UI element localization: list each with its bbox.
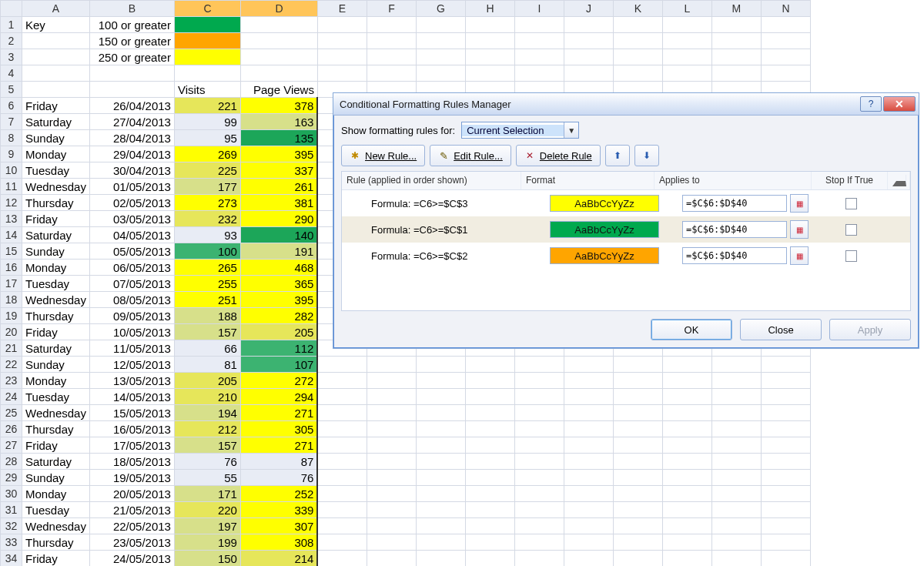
cell-day[interactable]: Tuesday — [22, 389, 90, 405]
cell[interactable] — [416, 33, 465, 49]
cell-pageviews[interactable]: 282 — [240, 308, 317, 324]
cell[interactable] — [711, 437, 761, 454]
cell[interactable] — [514, 389, 564, 405]
cell-day[interactable]: Sunday — [22, 357, 90, 373]
cell[interactable] — [564, 33, 613, 49]
cell[interactable] — [465, 421, 514, 437]
row-header[interactable]: 23 — [1, 373, 22, 389]
cell[interactable] — [662, 17, 711, 33]
cell[interactable] — [465, 17, 514, 33]
cell-day[interactable]: Monday — [22, 260, 90, 276]
cell-visits[interactable]: 93 — [174, 227, 240, 243]
cell-day[interactable]: Thursday — [22, 195, 90, 211]
cell[interactable] — [662, 502, 711, 518]
cell-date[interactable]: 16/05/2013 — [89, 421, 174, 437]
cell[interactable] — [416, 65, 465, 82]
cell[interactable] — [317, 486, 367, 502]
cell[interactable] — [564, 405, 613, 421]
column-header[interactable]: K — [613, 1, 662, 17]
cell[interactable] — [465, 518, 514, 534]
cell[interactable] — [367, 33, 416, 49]
cell-visits[interactable]: 232 — [174, 211, 240, 227]
cell-date[interactable]: 03/05/2013 — [89, 211, 174, 227]
cell-day[interactable]: Friday — [22, 551, 90, 567]
column-header[interactable]: C — [174, 1, 240, 17]
cell[interactable] — [367, 437, 416, 454]
cell[interactable] — [416, 421, 465, 437]
cell[interactable] — [174, 65, 240, 82]
stop-if-true-checkbox[interactable] — [845, 224, 857, 236]
cell[interactable] — [514, 551, 564, 567]
row-header[interactable]: 14 — [1, 227, 22, 243]
cell-visits[interactable]: 255 — [174, 276, 240, 292]
row-header[interactable]: 32 — [1, 518, 22, 534]
cell[interactable] — [514, 17, 564, 33]
key-swatch[interactable] — [174, 33, 240, 49]
cell[interactable] — [465, 470, 514, 486]
cell-pageviews[interactable]: 112 — [240, 340, 317, 357]
cell[interactable] — [613, 49, 662, 65]
cell[interactable] — [317, 421, 367, 437]
cell-day[interactable]: Friday — [22, 437, 90, 454]
cell-date[interactable]: 19/05/2013 — [89, 470, 174, 486]
cell[interactable] — [662, 421, 711, 437]
cell[interactable] — [662, 49, 711, 65]
cell[interactable] — [89, 65, 174, 82]
header-visits[interactable]: Visits — [174, 82, 240, 98]
cell[interactable] — [317, 65, 367, 82]
close-button[interactable]: ✕ — [883, 96, 916, 112]
cell-visits[interactable]: 188 — [174, 308, 240, 324]
cell[interactable] — [711, 33, 761, 49]
cell-day[interactable]: Friday — [22, 211, 90, 227]
cell-visits[interactable]: 205 — [174, 373, 240, 389]
cell[interactable] — [711, 502, 761, 518]
column-header[interactable]: L — [662, 1, 711, 17]
row-header[interactable]: 27 — [1, 437, 22, 454]
cell[interactable] — [317, 389, 367, 405]
cell[interactable] — [367, 470, 416, 486]
cell[interactable] — [465, 357, 514, 373]
cell[interactable] — [761, 454, 810, 470]
cell-date[interactable]: 04/05/2013 — [89, 227, 174, 243]
cell-visits[interactable]: 66 — [174, 340, 240, 357]
cell-day[interactable]: Thursday — [22, 534, 90, 551]
row-header[interactable]: 21 — [1, 340, 22, 357]
cell-date[interactable]: 21/05/2013 — [89, 502, 174, 518]
cell-visits[interactable]: 157 — [174, 324, 240, 340]
cell-visits[interactable]: 150 — [174, 551, 240, 567]
cell[interactable] — [564, 454, 613, 470]
cell[interactable] — [367, 49, 416, 65]
row-header[interactable]: 12 — [1, 195, 22, 211]
row-header[interactable]: 13 — [1, 211, 22, 227]
row-header[interactable]: 33 — [1, 534, 22, 551]
cell[interactable] — [662, 470, 711, 486]
column-header[interactable]: H — [465, 1, 514, 17]
cell[interactable] — [761, 33, 810, 49]
cell-date[interactable]: 18/05/2013 — [89, 454, 174, 470]
cell[interactable] — [367, 65, 416, 82]
cell[interactable] — [564, 17, 613, 33]
cell[interactable] — [711, 65, 761, 82]
cell[interactable] — [317, 33, 367, 49]
column-header[interactable]: J — [564, 1, 613, 17]
range-picker-button[interactable]: ▦ — [790, 194, 808, 213]
cell[interactable] — [613, 65, 662, 82]
cell-pageviews[interactable]: 140 — [240, 227, 317, 243]
cell[interactable] — [465, 534, 514, 551]
row-header[interactable]: 28 — [1, 454, 22, 470]
cell[interactable] — [564, 65, 613, 82]
cell[interactable] — [761, 373, 810, 389]
cell[interactable] — [514, 33, 564, 49]
cell-date[interactable]: 23/05/2013 — [89, 534, 174, 551]
cell-pageviews[interactable]: 305 — [240, 421, 317, 437]
cell-pageviews[interactable]: 76 — [240, 470, 317, 486]
cell-visits[interactable]: 273 — [174, 195, 240, 211]
cell[interactable] — [465, 502, 514, 518]
cell[interactable] — [613, 389, 662, 405]
cell-visits[interactable]: 225 — [174, 162, 240, 179]
cell[interactable] — [514, 518, 564, 534]
cell-visits[interactable]: 269 — [174, 146, 240, 162]
cell[interactable] — [564, 437, 613, 454]
cell[interactable] — [514, 49, 564, 65]
close-footer-button[interactable]: Close — [740, 319, 822, 340]
